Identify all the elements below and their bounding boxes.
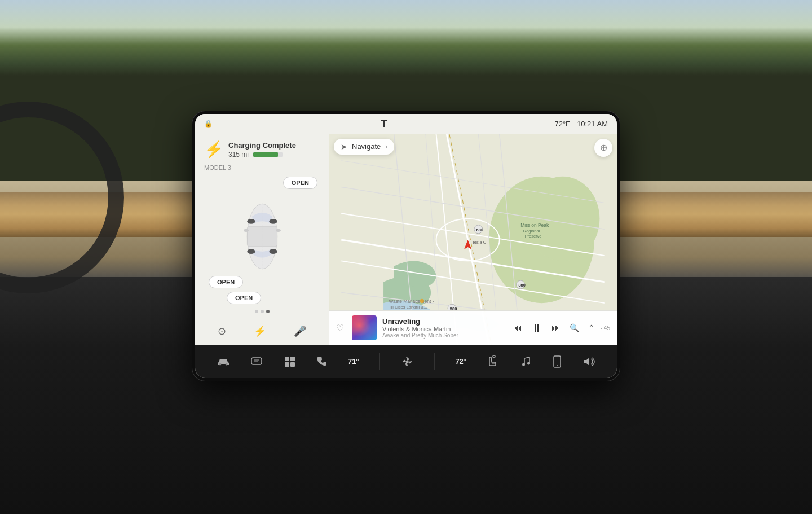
tesla-logo: T [381,118,386,130]
search-music-button[interactable]: 🔍 [570,323,579,332]
navigate-bar[interactable]: ➤ Navigate › [334,139,394,155]
album-art-gradient [352,315,377,340]
album-art [352,315,377,340]
taskbar-volume[interactable] [582,355,595,368]
car-taskbar-icon [217,357,230,367]
pause-button[interactable]: ⏸ [531,322,542,335]
model-label: MODEL 3 [195,163,329,174]
status-left: 🔒 [204,120,213,128]
navigate-chevron-icon: › [385,143,387,151]
taskbar-grid[interactable] [284,355,296,368]
screen: 🔒 T 72°F 10:21 AM ⚡ Charging Complete [195,114,617,378]
left-bottom-icons: ⊙ ⚡ 🎤 [195,317,329,345]
status-right: 72°F 10:21 AM [554,120,608,128]
time-display: 10:21 AM [577,120,608,128]
charging-info: Charging Complete 315 mi [228,141,320,159]
svg-point-38 [219,363,222,365]
dot-3 [266,310,270,313]
temp-right-value: 72° [455,357,466,366]
taskbar: 71° 72° [195,345,617,378]
music-artist: Violents & Monica Martin [382,326,508,332]
svg-point-39 [226,363,228,365]
compass-button[interactable]: ⊕ [594,139,612,157]
fan-icon [400,355,414,368]
battery-bar-inner [253,152,278,157]
status-center: T [381,118,386,130]
screen-bezel: 🔒 T 72°F 10:21 AM ⚡ Charging Complete [192,111,620,381]
svg-point-3 [276,229,281,231]
climate-icon [250,355,263,368]
svg-point-2 [244,229,249,231]
phone-icon [316,355,328,368]
music-title: Unraveling [382,317,508,326]
temp-left-value: 71° [348,357,359,366]
taskbar-mobile[interactable] [553,355,562,368]
svg-rect-44 [290,357,295,361]
taskbar-phone[interactable] [316,355,328,368]
charging-miles: 315 mi [228,151,320,159]
svg-rect-45 [285,362,289,367]
charging-title: Charging Complete [228,141,320,150]
taskbar-divider-1 [379,353,380,370]
navigate-label: Navigate [352,142,381,151]
svg-rect-43 [285,357,289,361]
navigate-arrow-icon: ➤ [341,142,347,151]
svg-text:680: 680 [476,227,483,232]
heart-icon[interactable]: ♡ [336,323,344,333]
svg-text:Waste Management -: Waste Management - [389,298,434,304]
svg-text:Tri Cities Landfill &...: Tri Cities Landfill &... [389,304,427,309]
svg-point-47 [405,360,408,363]
svg-text:Tesla C: Tesla C [472,240,487,245]
taskbar-temp-right[interactable]: 72° [455,357,466,366]
status-bar: 🔒 T 72°F 10:21 AM [195,114,617,134]
mic-icon[interactable]: 🎤 [292,323,308,340]
svg-point-7 [269,249,277,254]
svg-point-48 [493,355,495,358]
car-image [228,191,296,282]
taskbar-climate[interactable] [250,355,263,368]
dot-2 [261,310,264,313]
svg-point-50 [527,362,530,364]
settings-icon[interactable]: ⊙ [215,323,228,340]
grid-icon [284,355,296,368]
charge-icon[interactable]: ⚡ [251,323,268,340]
map-panel: 680 580 880 Mission Peak Regional Preser… [329,134,617,345]
music-player: ♡ Unraveling Violents & Monica Martin Aw… [329,310,617,345]
svg-point-49 [522,363,525,366]
music-album: Awake and Pretty Much Sober [382,332,508,339]
svg-point-37 [420,298,424,302]
battery-bar-outer [253,152,283,157]
svg-point-52 [557,365,558,366]
taskbar-seat[interactable] [487,355,499,368]
lock-icon: 🔒 [204,120,213,128]
main-content: ⚡ Charging Complete 315 mi MODEL 3 [195,134,617,345]
svg-text:880: 880 [518,283,525,288]
dots-indicator [195,306,329,317]
taskbar-music[interactable] [519,355,532,368]
svg-text:Regional: Regional [523,228,540,233]
taskbar-temp-left[interactable]: 71° [348,357,359,366]
miles-value: 315 mi [228,151,249,159]
charging-header: ⚡ Charging Complete 315 mi [195,134,329,163]
svg-point-6 [247,249,255,254]
svg-rect-46 [290,362,295,367]
open-top-button[interactable]: OPEN [283,177,317,189]
svg-point-5 [269,218,277,223]
expand-music-button[interactable]: ⌃ [588,323,595,332]
taskbar-car[interactable] [217,357,230,367]
dot-1 [255,310,258,313]
open-trunk-button[interactable]: OPEN [227,292,261,304]
next-button[interactable]: ⏭ [551,323,561,333]
taskbar-fan[interactable] [400,355,414,368]
lightning-icon-large: ⚡ [204,142,224,157]
prev-button[interactable]: ⏮ [513,323,522,333]
seat-icon [487,355,499,368]
music-info: Unraveling Violents & Monica Martin Awak… [382,317,508,339]
volume-icon [582,355,595,368]
left-panel: ⚡ Charging Complete 315 mi MODEL 3 [195,134,329,345]
music-controls: ⏮ ⏸ ⏭ 🔍 ⌃ [513,322,595,335]
temperature-display: 72°F [554,120,570,128]
car-svg [228,191,296,282]
compass-icon: ⊕ [600,142,607,153]
svg-text:Mission Peak: Mission Peak [520,222,549,227]
